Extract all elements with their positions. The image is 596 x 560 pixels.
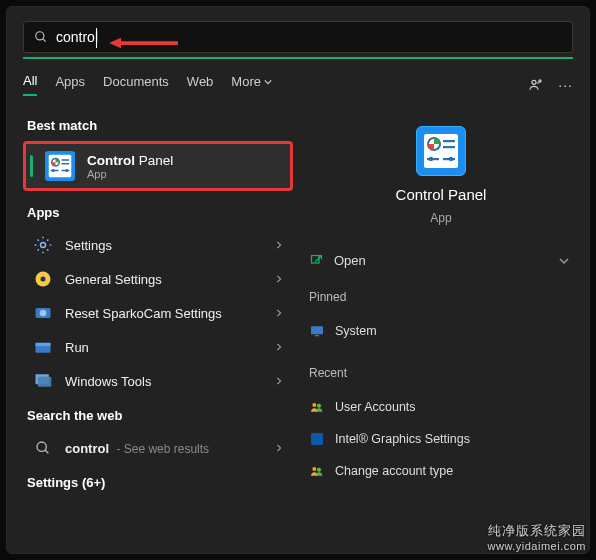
result-run[interactable]: Run xyxy=(23,330,293,364)
recent-change-account[interactable]: Change account type xyxy=(309,458,573,484)
open-icon xyxy=(309,253,324,268)
preview-column: Control Panel App Open Pinned System xyxy=(309,114,573,534)
search-icon xyxy=(34,30,48,44)
svg-rect-27 xyxy=(443,146,455,148)
tab-web[interactable]: Web xyxy=(187,74,214,95)
result-label: control - See web results xyxy=(65,441,263,456)
users-icon xyxy=(309,399,325,415)
chevron-right-icon xyxy=(275,377,283,385)
chevron-right-icon xyxy=(275,343,283,351)
svg-point-31 xyxy=(449,157,453,161)
result-windows-tools[interactable]: Windows Tools xyxy=(23,364,293,398)
svg-point-0 xyxy=(36,32,44,40)
svg-point-2 xyxy=(532,80,536,84)
result-general-settings[interactable]: General Settings xyxy=(23,262,293,296)
best-match-item[interactable]: Control Panel App xyxy=(23,141,293,191)
run-icon xyxy=(33,337,53,357)
chevron-down-icon[interactable] xyxy=(559,256,569,266)
result-reset-sparkocam[interactable]: Reset SparkoCam Settings xyxy=(23,296,293,330)
camera-reset-icon xyxy=(33,303,53,323)
svg-point-38 xyxy=(312,467,316,471)
result-label: Run xyxy=(65,340,263,355)
intel-icon xyxy=(309,431,325,447)
svg-point-12 xyxy=(65,169,68,172)
recent-user-accounts[interactable]: User Accounts xyxy=(309,394,573,420)
best-match-header: Best match xyxy=(27,118,293,133)
result-label: Windows Tools xyxy=(65,374,263,389)
svg-point-36 xyxy=(317,404,321,408)
result-settings[interactable]: Settings xyxy=(23,228,293,262)
users-icon xyxy=(309,463,325,479)
system-icon xyxy=(309,323,325,339)
tab-documents[interactable]: Documents xyxy=(103,74,169,95)
pinned-system[interactable]: System xyxy=(309,318,573,344)
recent-label: Change account type xyxy=(335,464,453,478)
chevron-down-icon xyxy=(264,78,272,86)
control-panel-icon xyxy=(45,151,75,181)
svg-point-22 xyxy=(37,442,46,451)
pinned-label: System xyxy=(335,324,377,338)
filter-tabs: All Apps Documents Web More ··· xyxy=(23,73,573,96)
tools-icon xyxy=(33,371,53,391)
preview-subtitle: App xyxy=(430,211,451,225)
svg-line-23 xyxy=(45,450,48,453)
more-options-icon[interactable]: ··· xyxy=(558,77,573,93)
selection-indicator xyxy=(30,155,33,177)
chevron-right-icon xyxy=(275,275,283,283)
result-label: General Settings xyxy=(65,272,263,287)
svg-rect-37 xyxy=(311,433,323,445)
tab-all[interactable]: All xyxy=(23,73,37,96)
svg-rect-21 xyxy=(38,377,51,387)
pinned-header: Pinned xyxy=(309,290,573,304)
result-label: Settings xyxy=(65,238,263,253)
svg-rect-7 xyxy=(62,159,70,161)
svg-point-15 xyxy=(41,277,46,282)
chevron-right-icon xyxy=(275,241,283,249)
chevron-right-icon xyxy=(275,444,283,452)
search-box[interactable] xyxy=(23,21,573,53)
search-input[interactable] xyxy=(56,29,562,45)
svg-rect-19 xyxy=(36,343,51,346)
recent-header: Recent xyxy=(309,366,573,380)
svg-point-11 xyxy=(52,169,55,172)
open-action[interactable]: Open xyxy=(309,253,366,268)
svg-point-39 xyxy=(317,468,321,472)
chevron-right-icon xyxy=(275,309,283,317)
results-column: Best match Control Panel xyxy=(23,114,293,534)
search-web-header: Search the web xyxy=(27,408,293,423)
tab-more-label: More xyxy=(231,74,261,89)
svg-line-1 xyxy=(43,39,46,42)
svg-rect-33 xyxy=(311,326,323,334)
tab-more[interactable]: More xyxy=(231,74,272,95)
svg-rect-34 xyxy=(315,335,319,336)
recent-intel-graphics[interactable]: Intel® Graphics Settings xyxy=(309,426,573,452)
svg-rect-26 xyxy=(443,140,455,142)
start-search-window: All Apps Documents Web More ··· Best mat… xyxy=(6,6,590,554)
text-caret xyxy=(96,28,97,48)
settings-icon xyxy=(33,235,53,255)
svg-rect-8 xyxy=(62,163,70,165)
tab-apps[interactable]: Apps xyxy=(55,74,85,95)
settings-group-header[interactable]: Settings (6+) xyxy=(27,475,293,490)
recent-label: Intel® Graphics Settings xyxy=(335,432,470,446)
svg-point-17 xyxy=(40,310,47,317)
open-label: Open xyxy=(334,253,366,268)
result-label: Reset SparkoCam Settings xyxy=(65,306,263,321)
preview-title: Control Panel xyxy=(396,186,487,203)
result-web-control[interactable]: control - See web results xyxy=(23,431,293,465)
preview-app-icon xyxy=(416,126,466,176)
account-share-icon[interactable] xyxy=(528,77,544,93)
apps-header: Apps xyxy=(27,205,293,220)
svg-point-35 xyxy=(312,403,316,407)
svg-rect-5 xyxy=(49,155,72,178)
svg-point-13 xyxy=(41,243,46,248)
search-icon xyxy=(33,438,53,458)
svg-point-30 xyxy=(429,157,433,161)
disc-icon xyxy=(33,269,53,289)
best-match-text: Control Panel App xyxy=(87,153,173,180)
accent-underline xyxy=(23,57,573,59)
recent-label: User Accounts xyxy=(335,400,416,414)
watermark: 纯净版系统家园 www.yidaimei.com xyxy=(488,522,586,552)
